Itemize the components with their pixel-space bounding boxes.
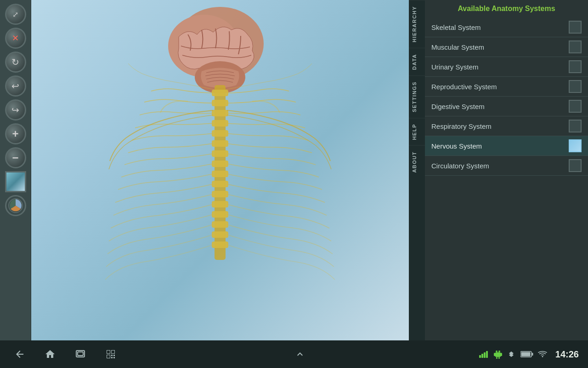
svg-rect-17 xyxy=(212,211,228,218)
battery-icon xyxy=(520,351,533,358)
svg-rect-43 xyxy=(498,357,500,359)
system-label-skeletal: Skeletal System xyxy=(431,23,481,31)
zoom-out-button[interactable]: − xyxy=(5,147,26,168)
move-tool-button[interactable]: ⤢ xyxy=(5,4,26,25)
svg-rect-6 xyxy=(212,100,228,106)
clock-display: 14:26 xyxy=(555,349,579,360)
svg-rect-35 xyxy=(484,352,486,358)
svg-rect-10 xyxy=(212,140,228,147)
svg-rect-8 xyxy=(212,120,228,126)
svg-rect-9 xyxy=(212,130,228,137)
system-item-skeletal[interactable]: Skeletal System xyxy=(425,17,588,37)
svg-point-37 xyxy=(496,351,498,352)
sidebar-content-panel: Available Anatomy Systems Skeletal Syste… xyxy=(425,0,588,340)
svg-rect-20 xyxy=(212,242,228,248)
system-checkbox-respiratory[interactable] xyxy=(569,120,582,132)
svg-rect-39 xyxy=(495,352,501,357)
center-nav xyxy=(289,345,311,363)
system-item-respiratory[interactable]: Respiratory System xyxy=(425,116,588,136)
layers-button[interactable] xyxy=(5,195,26,216)
home-button[interactable] xyxy=(40,345,61,363)
system-item-nervous[interactable]: Nervous System xyxy=(425,136,588,156)
svg-rect-32 xyxy=(113,357,115,358)
system-label-digestive: Digestive System xyxy=(431,103,485,110)
anatomy-figure-svg xyxy=(105,0,335,336)
system-item-urinary[interactable]: Urinary System xyxy=(425,57,588,77)
refresh-button[interactable]: ↻ xyxy=(5,52,26,73)
svg-rect-18 xyxy=(212,221,228,228)
android-icon xyxy=(494,350,502,359)
system-checkbox-skeletal[interactable] xyxy=(569,21,582,34)
system-label-muscular: Muscular System xyxy=(431,43,484,51)
svg-rect-30 xyxy=(113,355,115,356)
svg-rect-42 xyxy=(496,357,498,359)
system-label-reproductive: Reproductive System xyxy=(431,83,497,91)
main-area: ⤢ ✕ ↻ ↩ ↪ + − xyxy=(0,0,588,340)
tab-data[interactable]: DATA xyxy=(409,48,425,75)
svg-rect-16 xyxy=(212,201,228,207)
undo-button[interactable]: ↩ xyxy=(5,75,26,97)
cloud-icon xyxy=(507,351,516,358)
system-checkbox-nervous[interactable] xyxy=(569,139,582,152)
tab-about[interactable]: ABOUT xyxy=(409,145,425,178)
app-container: ⤢ ✕ ↻ ↩ ↪ + − xyxy=(0,0,588,368)
svg-rect-22 xyxy=(78,352,83,356)
right-sidebar: HIERARCHY DATA SETTINGS HELP ABOUT Avail… xyxy=(409,0,588,340)
svg-rect-28 xyxy=(107,355,110,358)
system-item-reproductive[interactable]: Reproductive System xyxy=(425,77,588,97)
svg-rect-31 xyxy=(111,357,113,358)
close-button[interactable]: ✕ xyxy=(5,28,26,49)
svg-rect-45 xyxy=(531,353,533,356)
system-checkbox-reproductive[interactable] xyxy=(569,80,582,93)
svg-rect-33 xyxy=(479,355,481,358)
recents-button[interactable] xyxy=(70,345,91,363)
svg-rect-7 xyxy=(212,110,228,116)
system-label-nervous: Nervous System xyxy=(431,142,482,150)
nav-buttons xyxy=(9,345,121,363)
svg-rect-46 xyxy=(521,352,530,356)
left-toolbar: ⤢ ✕ ↻ ↩ ↪ + − xyxy=(0,0,31,340)
system-item-muscular[interactable]: Muscular System xyxy=(425,37,588,57)
redo-button[interactable]: ↪ xyxy=(5,99,26,121)
back-button[interactable] xyxy=(9,345,30,363)
status-right-area: 14:26 xyxy=(479,349,579,360)
system-checkbox-digestive[interactable] xyxy=(569,100,582,113)
tab-help[interactable]: HELP xyxy=(409,118,425,145)
systems-list: Skeletal System Muscular System Urinary … xyxy=(425,17,588,340)
svg-rect-40 xyxy=(494,353,495,356)
tab-settings[interactable]: SETTINGS xyxy=(409,75,425,118)
svg-rect-11 xyxy=(212,150,228,157)
status-bar: 14:26 xyxy=(0,340,588,368)
system-item-digestive[interactable]: Digestive System xyxy=(425,97,588,116)
up-chevron-button[interactable] xyxy=(289,345,311,363)
svg-rect-34 xyxy=(481,354,483,358)
svg-rect-41 xyxy=(501,353,502,356)
svg-point-38 xyxy=(498,351,500,352)
system-item-circulatory[interactable]: Circulatory System xyxy=(425,156,588,176)
svg-rect-12 xyxy=(212,161,228,167)
svg-rect-24 xyxy=(107,351,110,353)
sidebar-title: Available Anatomy Systems xyxy=(458,5,555,12)
system-checkbox-urinary[interactable] xyxy=(569,60,582,73)
tab-hierarchy[interactable]: HIERARCHY xyxy=(409,0,425,48)
system-checkbox-circulatory[interactable] xyxy=(569,159,582,172)
svg-rect-36 xyxy=(486,351,488,358)
svg-rect-26 xyxy=(112,351,114,353)
qr-button[interactable] xyxy=(100,345,121,363)
svg-rect-5 xyxy=(212,90,228,96)
svg-rect-13 xyxy=(212,171,228,177)
color-picker-button[interactable] xyxy=(5,171,26,192)
system-label-respiratory: Respiratory System xyxy=(431,122,492,130)
3d-viewport[interactable] xyxy=(31,0,409,340)
wifi-icon xyxy=(538,351,547,358)
sidebar-header: Available Anatomy Systems xyxy=(425,0,588,17)
zoom-in-button[interactable]: + xyxy=(5,123,26,144)
svg-rect-29 xyxy=(111,355,113,356)
signal-icon xyxy=(479,351,489,358)
system-checkbox-muscular[interactable] xyxy=(569,40,582,53)
svg-rect-19 xyxy=(212,231,228,238)
svg-rect-15 xyxy=(212,191,228,197)
system-label-circulatory: Circulatory System xyxy=(431,162,489,170)
svg-rect-14 xyxy=(212,181,228,187)
system-label-urinary: Urinary System xyxy=(431,63,479,71)
